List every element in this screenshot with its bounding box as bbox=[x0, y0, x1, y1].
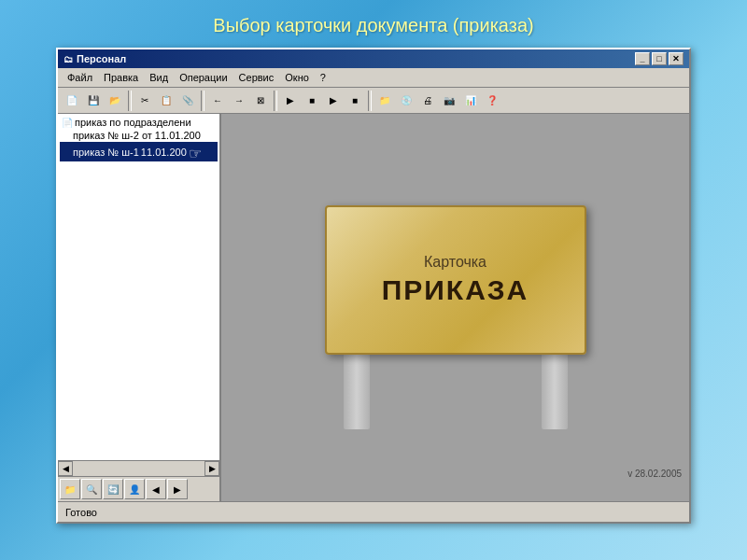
doc-icon-1: 📄 bbox=[62, 118, 73, 128]
minimize-button[interactable]: _ bbox=[635, 52, 650, 65]
tb-folder[interactable]: 📂 bbox=[105, 91, 125, 111]
tb-open[interactable]: 📁 bbox=[374, 91, 395, 111]
billboard-title: ПРИКАЗА bbox=[382, 274, 529, 306]
tree-date-3: 11.01.200 bbox=[141, 147, 187, 158]
lp-btn-2[interactable]: 🔍 bbox=[81, 479, 102, 499]
page-title: Выбор карточки документа (приказа) bbox=[213, 15, 533, 36]
scroll-left-btn[interactable]: ◀ bbox=[58, 461, 73, 476]
menu-operations[interactable]: Операции bbox=[174, 70, 233, 85]
menu-bar: Файл Правка Вид Операции Сервис Окно ? bbox=[58, 68, 689, 88]
tb-new[interactable]: 📄 bbox=[62, 91, 82, 111]
title-bar-left: 🗂 Персонал bbox=[63, 53, 126, 64]
menu-service[interactable]: Сервис bbox=[233, 70, 280, 85]
tb-chart[interactable]: 📊 bbox=[460, 91, 481, 111]
close-button[interactable]: ✕ bbox=[669, 52, 684, 65]
tb-disc[interactable]: 💿 bbox=[396, 91, 416, 111]
right-panel: Карточка ПРИКАЗА v 28.02.2005 bbox=[221, 114, 689, 501]
tb-stop[interactable]: ■ bbox=[302, 91, 322, 111]
menu-file[interactable]: Файл bbox=[62, 70, 98, 85]
tb-run2[interactable]: ▶ bbox=[323, 91, 344, 111]
toolbar: 📄 💾 📂 ✂ 📋 📎 ← → ⊠ ▶ ■ ▶ ■ 📁 💿 🖨 📷 📊 ❓ bbox=[58, 88, 689, 114]
tb-copy[interactable]: 📋 bbox=[156, 91, 176, 111]
status-bar: Готово bbox=[58, 501, 689, 522]
tb-x[interactable]: ⊠ bbox=[250, 91, 271, 111]
tb-cut[interactable]: ✂ bbox=[134, 91, 155, 111]
lp-btn-nav-left[interactable]: ◀ bbox=[146, 479, 166, 499]
billboard-board: Карточка ПРИКАЗА bbox=[325, 205, 586, 355]
tb-sep2 bbox=[201, 91, 204, 111]
tb-sep3 bbox=[274, 91, 277, 111]
tb-sep1 bbox=[128, 91, 132, 111]
billboard-scene: Карточка ПРИКАЗА bbox=[306, 187, 605, 429]
main-window: 🗂 Персонал _ □ ✕ Файл Правка Вид Операци… bbox=[56, 48, 691, 524]
left-scroll-bar[interactable]: ◀ ▶ bbox=[58, 460, 219, 476]
menu-edit[interactable]: Правка bbox=[98, 70, 144, 85]
tree-item-3[interactable]: приказ № ш-1 11.01.200 ☞ bbox=[60, 142, 218, 161]
title-buttons: _ □ ✕ bbox=[635, 52, 684, 65]
tb-paste[interactable]: 📎 bbox=[177, 91, 198, 111]
hand-cursor-icon: ☞ bbox=[189, 145, 202, 161]
tb-help[interactable]: ❓ bbox=[482, 91, 502, 111]
tb-run[interactable]: ▶ bbox=[280, 91, 301, 111]
tree-label-2: приказ № ш-2 от 11.01.200 bbox=[73, 130, 201, 141]
menu-view[interactable]: Вид bbox=[144, 70, 174, 85]
tb-undo[interactable]: ← bbox=[207, 91, 228, 111]
version-text: v 28.02.2005 bbox=[627, 469, 682, 479]
scroll-right-btn[interactable]: ▶ bbox=[204, 461, 219, 476]
menu-window[interactable]: Окно bbox=[279, 70, 315, 85]
tb-save[interactable]: 💾 bbox=[83, 91, 104, 111]
window-icon: 🗂 bbox=[63, 54, 73, 64]
menu-help[interactable]: ? bbox=[315, 70, 331, 85]
left-panel-bottom: 📁 🔍 🔄 👤 ◀ ▶ bbox=[58, 476, 219, 501]
maximize-button[interactable]: □ bbox=[652, 52, 667, 65]
content-area: 📄 приказ по подразделени приказ № ш-2 от… bbox=[58, 114, 689, 501]
tree-area[interactable]: 📄 приказ по подразделени приказ № ш-2 от… bbox=[58, 114, 219, 460]
lp-btn-nav-right[interactable]: ▶ bbox=[167, 479, 188, 499]
status-text: Готово bbox=[65, 507, 97, 518]
tb-camera[interactable]: 📷 bbox=[439, 91, 459, 111]
title-bar: 🗂 Персонал _ □ ✕ bbox=[58, 49, 689, 68]
lp-btn-1[interactable]: 📁 bbox=[60, 479, 80, 499]
tb-redo[interactable]: → bbox=[229, 91, 249, 111]
tb-stop2[interactable]: ■ bbox=[345, 91, 365, 111]
billboard-subtitle: Карточка bbox=[424, 254, 486, 271]
lp-btn-4[interactable]: 👤 bbox=[124, 479, 145, 499]
lp-btn-3[interactable]: 🔄 bbox=[103, 479, 123, 499]
tree-item-1[interactable]: 📄 приказ по подразделени bbox=[60, 116, 218, 129]
window-title: Персонал bbox=[77, 53, 126, 64]
tree-label-1: приказ по подразделени bbox=[75, 117, 191, 128]
tb-sep4 bbox=[368, 91, 372, 111]
tree-label-3: приказ № ш-1 bbox=[73, 147, 139, 158]
tree-item-2[interactable]: приказ № ш-2 от 11.01.200 bbox=[60, 129, 218, 142]
left-panel: 📄 приказ по подразделени приказ № ш-2 от… bbox=[58, 114, 221, 501]
tb-print[interactable]: 🖨 bbox=[417, 91, 438, 111]
